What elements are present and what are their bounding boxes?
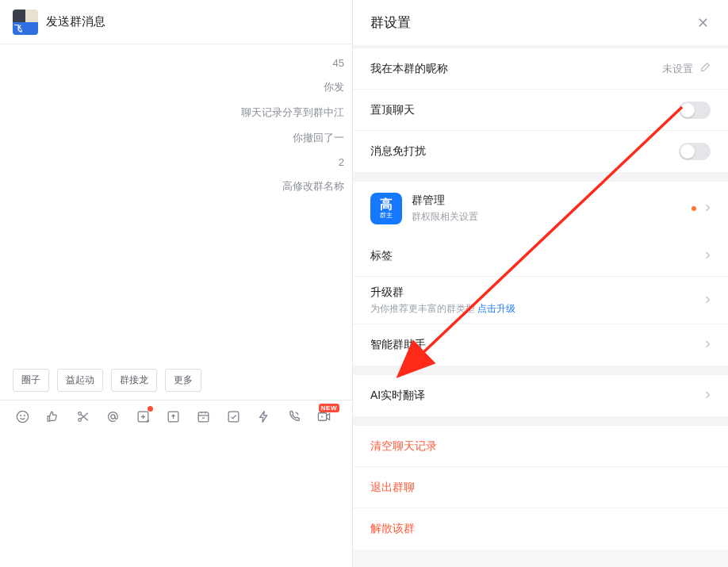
disband-group-label: 解散该群 [370, 522, 415, 536]
alert-dot-icon [692, 206, 696, 211]
checkbox-icon[interactable] [225, 408, 241, 424]
settings-title: 群设置 [370, 13, 411, 32]
settings-header: 群设置 [353, 0, 728, 45]
video-icon[interactable]: NEW [316, 408, 331, 424]
emoji-icon[interactable] [14, 408, 30, 424]
chat-log-line: 你发 [8, 80, 344, 94]
row-smart-assistant[interactable]: 智能群助手 [353, 324, 728, 366]
group-owner-badge-icon: 高 群主 [370, 193, 402, 224]
chat-pane: 飞 发送群消息 45 你发 聊天记录分享到群中江 你撤回了一 2 高修改群名称 … [0, 0, 353, 567]
nickname-label: 我在本群的昵称 [370, 62, 448, 76]
close-icon[interactable] [695, 15, 711, 31]
pin-chat-label: 置顶聊天 [370, 103, 415, 117]
clear-history-label: 清空聊天记录 [370, 439, 437, 454]
upgrade-link[interactable]: 点击升级 [477, 303, 515, 314]
settings-block-ai: AI实时翻译 [353, 375, 728, 416]
chat-body: 45 你发 聊天记录分享到群中江 你撤回了一 2 高修改群名称 圈子 益起动 群… [0, 44, 352, 567]
add-card-icon[interactable] [135, 408, 151, 424]
upgrade-subtitle-text: 为你推荐更丰富的群类型 [370, 303, 477, 314]
row-group-management[interactable]: 高 群主 群管理 群权限相关设置 [353, 182, 728, 236]
row-upgrade-group[interactable]: 升级群 为你推荐更丰富的群类型 点击升级 [353, 277, 728, 324]
chat-log: 45 你发 聊天记录分享到群中江 你撤回了一 2 高修改群名称 [0, 44, 352, 361]
svg-point-2 [24, 415, 25, 416]
group-management-label: 群管理 [412, 193, 692, 208]
assistant-label: 智能群助手 [370, 338, 426, 352]
chat-title: 发送群消息 [46, 14, 105, 29]
quick-btn-activity[interactable]: 益起动 [57, 369, 103, 392]
chevron-right-icon [704, 293, 711, 308]
edit-icon[interactable] [699, 62, 711, 76]
settings-block-management: 高 群主 群管理 群权限相关设置 标签 升级群 为你推荐更丰富的群类型 [353, 182, 728, 366]
row-mute: 消息免打扰 [353, 131, 728, 172]
upgrade-label: 升级群 [370, 285, 515, 300]
chevron-right-icon [704, 389, 711, 403]
row-disband-group[interactable]: 解散该群 [353, 508, 728, 550]
chat-log-line: 聊天记录分享到群中江 [8, 105, 344, 120]
nickname-value: 未设置 [662, 62, 693, 76]
settings-block-danger: 清空聊天记录 退出群聊 解散该群 [353, 426, 728, 550]
row-nickname[interactable]: 我在本群的昵称 未设置 [353, 48, 728, 90]
svg-point-1 [20, 415, 21, 416]
message-input-area[interactable] [0, 432, 352, 567]
row-clear-history[interactable]: 清空聊天记录 [353, 426, 728, 467]
group-avatar[interactable]: 飞 [13, 10, 38, 35]
row-tags[interactable]: 标签 [353, 236, 728, 277]
calendar-icon[interactable] [195, 408, 211, 424]
quick-actions-row: 圈子 益起动 群接龙 更多 [0, 361, 352, 400]
ai-translate-label: AI实时翻译 [370, 389, 425, 403]
lightning-icon[interactable] [255, 408, 271, 424]
thumbs-up-icon[interactable] [44, 408, 60, 424]
chat-log-line: 你撤回了一 [8, 131, 344, 145]
chat-header: 飞 发送群消息 [0, 0, 352, 44]
quick-btn-circle[interactable]: 圈子 [13, 369, 49, 392]
pin-chat-toggle[interactable] [679, 102, 711, 119]
group-settings-panel: 群设置 我在本群的昵称 未设置 置顶聊天 [353, 0, 728, 567]
chevron-right-icon [704, 249, 711, 263]
new-badge: NEW [319, 404, 339, 412]
svg-point-0 [17, 411, 28, 422]
svg-rect-9 [228, 412, 239, 422]
quick-btn-more[interactable]: 更多 [165, 369, 201, 392]
chat-log-line: 2 [8, 156, 344, 168]
row-ai-translate[interactable]: AI实时翻译 [353, 375, 728, 416]
upload-icon[interactable] [165, 408, 181, 424]
leave-group-label: 退出群聊 [370, 481, 415, 495]
tags-label: 标签 [370, 249, 393, 263]
mute-toggle[interactable] [679, 143, 711, 160]
svg-point-5 [110, 414, 114, 418]
compose-toolbar: NEW [0, 400, 352, 432]
group-management-subtitle: 群权限相关设置 [412, 210, 692, 224]
chat-log-line: 高修改群名称 [8, 179, 344, 193]
row-leave-group[interactable]: 退出群聊 [353, 467, 728, 508]
chat-log-line: 45 [8, 57, 344, 69]
svg-rect-8 [198, 412, 209, 421]
svg-point-3 [78, 412, 81, 415]
chevron-right-icon [704, 201, 711, 216]
mention-icon[interactable] [105, 408, 121, 424]
settings-block-basic: 我在本群的昵称 未设置 置顶聊天 消息免打扰 [353, 48, 728, 172]
phone-icon[interactable] [285, 408, 301, 424]
notification-dot-icon [148, 406, 153, 412]
quick-btn-chain[interactable]: 群接龙 [111, 369, 157, 392]
mute-label: 消息免打扰 [370, 144, 426, 159]
upgrade-subtitle: 为你推荐更丰富的群类型 点击升级 [370, 302, 515, 316]
svg-point-4 [78, 418, 81, 421]
settings-scroll[interactable]: 我在本群的昵称 未设置 置顶聊天 消息免打扰 [353, 45, 728, 567]
chevron-right-icon [704, 338, 711, 352]
row-pin-chat: 置顶聊天 [353, 90, 728, 131]
scissors-icon[interactable] [75, 408, 90, 424]
